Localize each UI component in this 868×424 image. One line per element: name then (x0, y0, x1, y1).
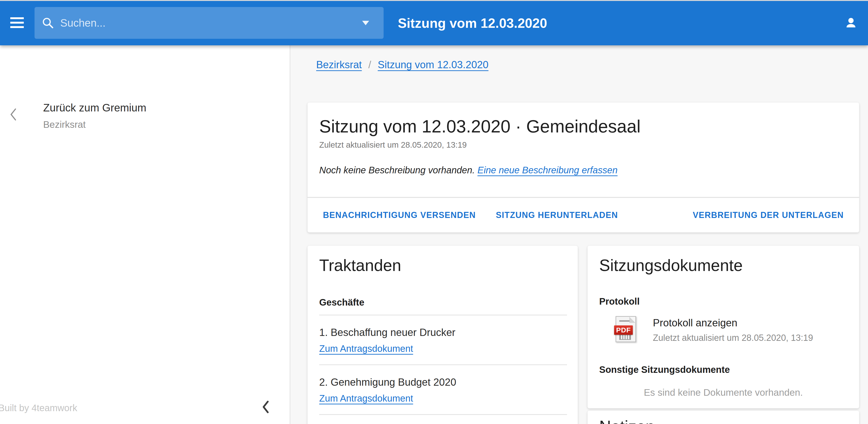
show-protocol-link[interactable]: Protokoll anzeigen (653, 317, 813, 329)
meeting-documents-card: Sitzungsdokumente Protokoll PDF Protokol… (588, 246, 859, 408)
no-documents-text: Es sind keine Dokumente vorhanden. (599, 387, 847, 398)
meeting-actions-bar: BENACHRICHTIGUNG VERSENDEN SITZUNG HERUN… (308, 198, 859, 232)
sidebar-collapse-button[interactable] (261, 400, 270, 415)
search-input[interactable] (60, 7, 362, 39)
breadcrumb-separator: / (368, 59, 371, 70)
meeting-title: Sitzung vom 12.03.2020 · Gemeindesaal (319, 116, 847, 136)
protocol-updated-timestamp: Zuletzt aktualisiert um 28.05.2020, 13:1… (653, 333, 813, 343)
documents-card-title: Sitzungsdokumente (599, 256, 847, 275)
collapse-chevron-left-icon (261, 400, 270, 414)
search-dropdown-caret-icon[interactable] (362, 21, 369, 25)
notes-card-title: Notizen (599, 417, 847, 424)
other-documents-label: Sonstige Sitzungsdokumente (599, 364, 847, 375)
breadcrumb: Bezirksrat/Sitzung vom 12.03.2020 (316, 59, 488, 70)
agenda-item: 2. Genehmigung Budget 2020 Zum Antragsdo… (319, 365, 567, 415)
notes-card: Notizen (588, 411, 859, 424)
download-meeting-button[interactable]: SITZUNG HERUNTERLADEN (496, 210, 618, 220)
account-button[interactable] (845, 16, 857, 29)
pdf-file-icon[interactable]: PDF (614, 316, 636, 342)
sidebar: Zurück zum Gremium Bezirksrat Built by 4… (0, 45, 290, 424)
window-top-strip (0, 0, 868, 1)
meeting-header-card: Sitzung vom 12.03.2020 · Gemeindesaal Zu… (308, 103, 859, 232)
hamburger-menu-icon[interactable] (10, 17, 24, 28)
add-description-link[interactable]: Eine neue Beschreibung erfassen (477, 165, 617, 175)
distribute-documents-button[interactable]: VERBREITUNG DER UNTERLAGEN (693, 210, 844, 220)
no-description-text: Noch keine Beschreibung vorhanden. (319, 165, 475, 175)
agenda-card: Traktanden Geschäfte 1. Beschaffung neue… (308, 246, 578, 424)
agenda-card-title: Traktanden (319, 256, 567, 275)
agenda-item-proposal-link[interactable]: Zum Antragsdokument (319, 343, 413, 354)
breadcrumb-link-meeting[interactable]: Sitzung vom 12.03.2020 (378, 59, 489, 70)
agenda-item-proposal-link[interactable]: Zum Antragsdokument (319, 393, 413, 404)
built-by-label: Built by 4teamwork (0, 403, 77, 413)
app-bar: Sitzung vom 12.03.2020 (0, 0, 868, 45)
global-search[interactable] (34, 7, 383, 39)
meeting-updated-timestamp: Zuletzt aktualisiert um 28.05.2020, 13:1… (319, 140, 847, 149)
back-nav-subtitle: Bezirksrat (43, 119, 86, 130)
main-content: Bezirksrat/Sitzung vom 12.03.2020 Sitzun… (291, 45, 868, 424)
chevron-left-icon (8, 108, 18, 121)
agenda-column-header: Geschäfte (319, 297, 567, 315)
search-icon (41, 17, 54, 29)
agenda-item-title: 2. Genehmigung Budget 2020 (319, 376, 567, 388)
agenda-item: 1. Beschaffung neuer Drucker Zum Antrags… (319, 315, 567, 365)
pdf-badge-label: PDF (614, 326, 633, 335)
protocol-label: Protokoll (599, 296, 847, 307)
person-icon (845, 16, 857, 29)
agenda-item-title: 1. Beschaffung neuer Drucker (319, 327, 567, 338)
breadcrumb-link-committee[interactable]: Bezirksrat (316, 59, 362, 70)
protocol-document-row: PDF Protokoll anzeigen Zuletzt aktualisi… (599, 316, 847, 343)
send-notification-button[interactable]: BENACHRICHTIGUNG VERSENDEN (323, 210, 476, 220)
back-nav-title: Zurück zum Gremium (43, 102, 146, 114)
appbar-title: Sitzung vom 12.03.2020 (398, 0, 547, 45)
